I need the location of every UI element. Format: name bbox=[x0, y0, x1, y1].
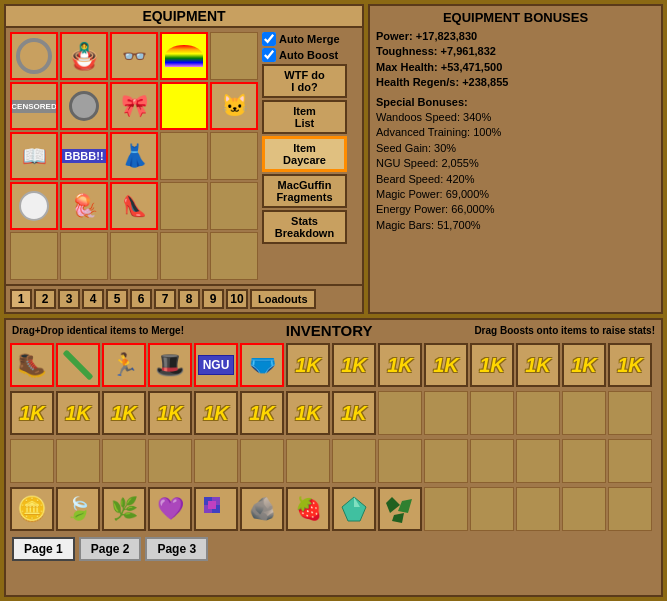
inv-bottom-empty-1[interactable] bbox=[424, 487, 468, 531]
inv-purple-item[interactable]: 💜 bbox=[148, 487, 192, 531]
inv-empty-r3-10[interactable] bbox=[424, 439, 468, 483]
eq-slot-1[interactable] bbox=[10, 32, 58, 80]
inv-empty-r3-1[interactable] bbox=[10, 439, 54, 483]
inv-red-item[interactable]: 🍓 bbox=[286, 487, 330, 531]
eq-slot-13[interactable]: 👗 bbox=[110, 132, 158, 180]
inv-item-boot[interactable]: 🥾 bbox=[10, 343, 54, 387]
inv-1k-9[interactable]: 1K bbox=[10, 391, 54, 435]
eq-slot-3[interactable]: 👓 bbox=[110, 32, 158, 80]
eq-slot-5[interactable] bbox=[210, 32, 258, 80]
inv-bottom-empty-4[interactable] bbox=[562, 487, 606, 531]
inv-bottom-empty-2[interactable] bbox=[470, 487, 514, 531]
inv-1k-5[interactable]: 1K bbox=[470, 343, 514, 387]
inv-1k-4[interactable]: 1K bbox=[424, 343, 468, 387]
inv-dark-green-item[interactable] bbox=[378, 487, 422, 531]
inv-empty-r3-11[interactable] bbox=[470, 439, 514, 483]
eq-slot-23[interactable] bbox=[110, 232, 158, 280]
auto-boost-checkbox[interactable] bbox=[262, 48, 276, 62]
eq-slot-6[interactable]: CENSORED bbox=[10, 82, 58, 130]
loadouts-button[interactable]: Loadouts bbox=[250, 289, 316, 309]
eq-slot-18[interactable]: 👠 bbox=[110, 182, 158, 230]
eq-slot-7[interactable] bbox=[60, 82, 108, 130]
eq-slot-16[interactable] bbox=[10, 182, 58, 230]
inv-1k-1[interactable]: 1K bbox=[286, 343, 330, 387]
tab-8[interactable]: 8 bbox=[178, 289, 200, 309]
eq-slot-9[interactable] bbox=[160, 82, 208, 130]
inv-empty-r3-7[interactable] bbox=[286, 439, 330, 483]
eq-slot-19[interactable] bbox=[160, 182, 208, 230]
page-1-button[interactable]: Page 1 bbox=[12, 537, 75, 561]
inv-1k-6[interactable]: 1K bbox=[516, 343, 560, 387]
tab-10[interactable]: 10 bbox=[226, 289, 248, 309]
inv-item-hat[interactable]: 🎩 bbox=[148, 343, 192, 387]
tab-1[interactable]: 1 bbox=[10, 289, 32, 309]
eq-slot-10[interactable]: 🐱 bbox=[210, 82, 258, 130]
inv-1k-13[interactable]: 1K bbox=[194, 391, 238, 435]
inv-empty-3[interactable] bbox=[470, 391, 514, 435]
page-2-button[interactable]: Page 2 bbox=[79, 537, 142, 561]
inv-1k-2[interactable]: 1K bbox=[332, 343, 376, 387]
inv-empty-r3-13[interactable] bbox=[562, 439, 606, 483]
eq-slot-14[interactable] bbox=[160, 132, 208, 180]
inv-item-person[interactable]: 🏃 bbox=[102, 343, 146, 387]
eq-slot-24[interactable] bbox=[160, 232, 208, 280]
inv-1k-15[interactable]: 1K bbox=[286, 391, 330, 435]
eq-slot-8[interactable]: 🎀 bbox=[110, 82, 158, 130]
inv-bottom-empty-3[interactable] bbox=[516, 487, 560, 531]
tab-6[interactable]: 6 bbox=[130, 289, 152, 309]
inv-cyan-item[interactable] bbox=[332, 487, 376, 531]
inv-empty-r3-9[interactable] bbox=[378, 439, 422, 483]
inv-empty-2[interactable] bbox=[424, 391, 468, 435]
macguffin-button[interactable]: MacGuffinFragments bbox=[262, 174, 347, 208]
inv-empty-6[interactable] bbox=[608, 391, 652, 435]
inv-empty-5[interactable] bbox=[562, 391, 606, 435]
inv-stone-item[interactable]: 🪨 bbox=[240, 487, 284, 531]
inv-empty-r3-4[interactable] bbox=[148, 439, 192, 483]
inv-1k-3[interactable]: 1K bbox=[378, 343, 422, 387]
inv-green-item[interactable]: 🌿 bbox=[102, 487, 146, 531]
item-daycare-button[interactable]: ItemDaycare bbox=[262, 136, 347, 172]
tab-2[interactable]: 2 bbox=[34, 289, 56, 309]
inv-empty-r3-5[interactable] bbox=[194, 439, 238, 483]
inv-empty-r3-12[interactable] bbox=[516, 439, 560, 483]
inv-empty-r3-6[interactable] bbox=[240, 439, 284, 483]
inv-item-stick[interactable] bbox=[56, 343, 100, 387]
inv-1k-10[interactable]: 1K bbox=[56, 391, 100, 435]
item-list-button[interactable]: ItemList bbox=[262, 100, 347, 134]
inv-empty-r3-3[interactable] bbox=[102, 439, 146, 483]
inv-bottom-empty-5[interactable] bbox=[608, 487, 652, 531]
inv-item-underpants[interactable]: 🩲 bbox=[240, 343, 284, 387]
inv-1k-12[interactable]: 1K bbox=[148, 391, 192, 435]
inv-pixel-item[interactable] bbox=[194, 487, 238, 531]
inv-1k-14[interactable]: 1K bbox=[240, 391, 284, 435]
inv-1k-16[interactable]: 1K bbox=[332, 391, 376, 435]
inv-coin-item[interactable]: 🪙 bbox=[10, 487, 54, 531]
eq-slot-21[interactable] bbox=[10, 232, 58, 280]
eq-slot-2[interactable]: 🪆 bbox=[60, 32, 108, 80]
inv-leaf-item[interactable]: 🍃 bbox=[56, 487, 100, 531]
inv-empty-1[interactable] bbox=[378, 391, 422, 435]
eq-slot-25[interactable] bbox=[210, 232, 258, 280]
inv-empty-r3-8[interactable] bbox=[332, 439, 376, 483]
page-3-button[interactable]: Page 3 bbox=[145, 537, 208, 561]
eq-slot-11[interactable]: 📖 bbox=[10, 132, 58, 180]
tab-3[interactable]: 3 bbox=[58, 289, 80, 309]
eq-slot-4[interactable] bbox=[160, 32, 208, 80]
eq-slot-12[interactable]: BBBB!! bbox=[60, 132, 108, 180]
eq-slot-17[interactable]: 🪼 bbox=[60, 182, 108, 230]
stats-breakdown-button[interactable]: StatsBreakdown bbox=[262, 210, 347, 244]
tab-7[interactable]: 7 bbox=[154, 289, 176, 309]
inv-empty-r3-2[interactable] bbox=[56, 439, 100, 483]
inv-item-ngu[interactable]: NGU bbox=[194, 343, 238, 387]
eq-slot-20[interactable] bbox=[210, 182, 258, 230]
inv-1k-8[interactable]: 1K bbox=[608, 343, 652, 387]
tab-9[interactable]: 9 bbox=[202, 289, 224, 309]
tab-4[interactable]: 4 bbox=[82, 289, 104, 309]
inv-empty-4[interactable] bbox=[516, 391, 560, 435]
eq-slot-15[interactable] bbox=[210, 132, 258, 180]
eq-slot-22[interactable] bbox=[60, 232, 108, 280]
wtf-button[interactable]: WTF doI do? bbox=[262, 64, 347, 98]
auto-merge-checkbox[interactable] bbox=[262, 32, 276, 46]
inv-1k-11[interactable]: 1K bbox=[102, 391, 146, 435]
tab-5[interactable]: 5 bbox=[106, 289, 128, 309]
